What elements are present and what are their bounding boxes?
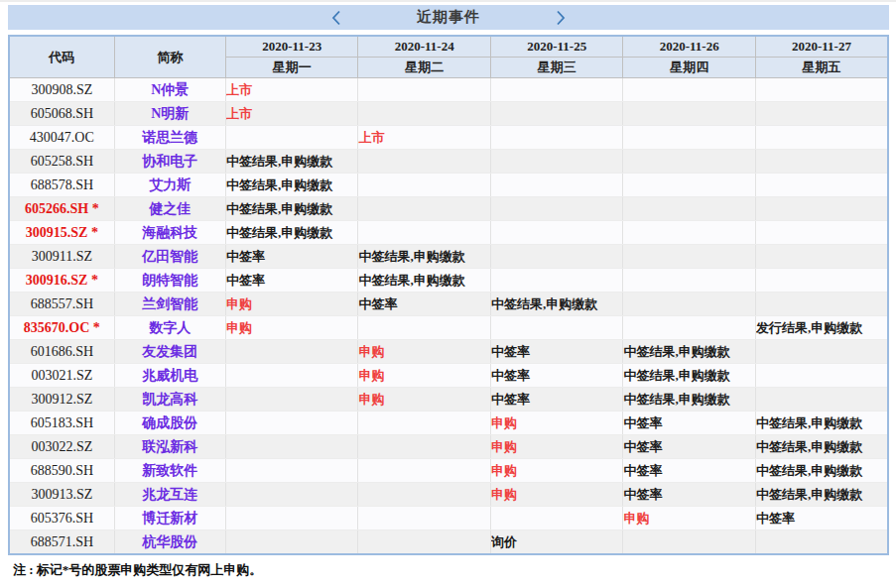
table-row: 688571.SH杭华股份询价 [9,530,888,555]
prev-period-button[interactable] [325,5,347,30]
stock-code: 300908.SZ [9,78,114,102]
next-period-button[interactable] [550,5,572,30]
events-table-header: 代码 简称 2020-11-23 2020-11-24 2020-11-25 2… [9,36,888,78]
stock-name-link[interactable]: 联泓新科 [114,435,225,459]
table-row: 300913.SZ兆龙互连申购中签率中签结果,申购缴款 [9,483,888,507]
event-cell: 中签结果,申购缴款 [225,150,358,174]
empty-cell [225,435,358,459]
stock-name-link[interactable]: 兆威机电 [114,364,225,388]
empty-cell [755,269,888,293]
empty-cell [490,507,623,530]
stock-code: 688571.SH [9,530,114,555]
empty-cell [755,530,888,555]
event-cell: 中签结果,申购缴款 [755,459,888,483]
footnote: 注 : 标记*号的股票申购类型仅有网上申购。 [13,561,889,579]
event-cell: 申购 [490,459,623,483]
event-cell: 中签率 [755,507,888,530]
stock-name-link[interactable]: 博迁新材 [114,507,225,530]
empty-cell [490,174,623,197]
event-cell: 申购 [225,316,358,340]
empty-cell [358,530,491,555]
table-row: 835670.OC *数字人申购发行结果,申购缴款 [9,316,888,340]
stock-name-link[interactable]: 健之佳 [114,197,225,221]
empty-cell [225,364,358,388]
column-header-name: 简称 [114,36,225,78]
event-cell: 中签率 [623,483,756,507]
stock-name-link[interactable]: 数字人 [114,316,225,340]
stock-name-link[interactable]: 兆龙互连 [114,483,225,507]
event-cell: 中签率 [358,293,491,316]
event-cell: 申购 [490,483,623,507]
stock-code: 605266.SH * [9,197,114,221]
stock-code: 835670.OC * [9,316,114,340]
empty-cell [755,150,888,174]
stock-name-link[interactable]: 新致软件 [114,459,225,483]
event-cell: 中签率 [225,245,358,269]
table-row: 601686.SH友发集团申购中签率中签结果,申购缴款 [9,340,888,364]
stock-name-link[interactable]: 兰剑智能 [114,293,225,316]
column-header-weekday: 星期三 [490,58,623,78]
stock-name-link[interactable]: 杭华股份 [114,530,225,555]
stock-name-link[interactable]: 凯龙高科 [114,388,225,412]
column-header-date: 2020-11-24 [358,36,491,58]
stock-code: 003021.SZ [9,364,114,388]
empty-cell [755,293,888,316]
table-row: 605183.SH确成股份申购中签率中签结果,申购缴款 [9,412,888,435]
event-cell: 申购 [623,507,756,530]
empty-cell [358,221,491,245]
stock-name-link[interactable]: 诺思兰德 [114,126,225,150]
empty-cell [225,530,358,555]
stock-name-link[interactable]: 友发集团 [114,340,225,364]
table-row: 003022.SZ联泓新科申购中签率中签结果,申购缴款 [9,435,888,459]
stock-code: 300915.SZ * [9,221,114,245]
table-row: 300915.SZ *海融科技中签结果,申购缴款 [9,221,888,245]
empty-cell [358,507,491,530]
empty-cell [623,293,756,316]
stock-name-link[interactable]: 朗特智能 [114,269,225,293]
events-table: 代码 简称 2020-11-23 2020-11-24 2020-11-25 2… [8,35,889,555]
empty-cell [623,197,756,221]
event-cell: 中签结果,申购缴款 [225,174,358,197]
stock-name-link[interactable]: 亿田智能 [114,245,225,269]
table-row: 605258.SH协和电子中签结果,申购缴款 [9,150,888,174]
event-cell: 申购 [358,364,491,388]
event-cell: 发行结果,申购缴款 [755,316,888,340]
empty-cell [490,316,623,340]
column-header-date: 2020-11-26 [623,36,756,58]
empty-cell [623,221,756,245]
empty-cell [358,102,491,126]
empty-cell [490,197,623,221]
table-row: 300908.SZN仲景上市 [9,78,888,102]
event-cell: 申购 [490,435,623,459]
empty-cell [358,316,491,340]
stock-name-link[interactable]: 海融科技 [114,221,225,245]
stock-name-link[interactable]: N明新 [114,102,225,126]
recent-events-panel: 近期事件 代码 简称 2020-11-23 2020-11-24 2020-11… [0,2,896,579]
chevron-right-icon [556,10,566,26]
empty-cell [755,340,888,364]
stock-name-link[interactable]: N仲景 [114,78,225,102]
event-cell: 中签率 [623,412,756,435]
stock-name-link[interactable]: 协和电子 [114,150,225,174]
stock-name-link[interactable]: 确成股份 [114,412,225,435]
table-row: 430047.OC诺思兰德上市 [9,126,888,150]
stock-code: 688578.SH [9,174,114,197]
stock-name-link[interactable]: 艾力斯 [114,174,225,197]
empty-cell [755,221,888,245]
empty-cell [358,412,491,435]
event-cell: 申购 [358,340,491,364]
stock-code: 300912.SZ [9,388,114,412]
event-cell: 中签率 [490,388,623,412]
event-cell: 中签结果,申购缴款 [755,483,888,507]
table-row: 605376.SH博迁新材申购中签率 [9,507,888,530]
event-cell: 中签结果,申购缴款 [225,197,358,221]
stock-code: 300916.SZ * [9,269,114,293]
empty-cell [490,126,623,150]
empty-cell [490,221,623,245]
empty-cell [358,174,491,197]
panel-title: 近期事件 [417,8,480,27]
stock-code: 300913.SZ [9,483,114,507]
event-cell: 中签结果,申购缴款 [225,221,358,245]
event-cell: 中签结果,申购缴款 [623,364,756,388]
stock-code: 300911.SZ [9,245,114,269]
